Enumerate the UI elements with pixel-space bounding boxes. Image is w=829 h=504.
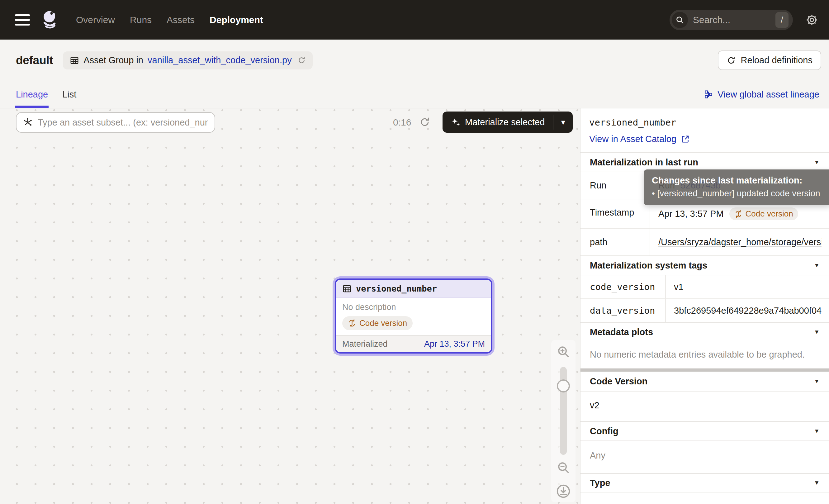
settings-gear-icon[interactable] xyxy=(805,13,819,27)
node-description: No description xyxy=(342,302,485,312)
node-materialization-time-link[interactable]: Apr 13, 3:57 PM xyxy=(424,339,485,349)
path-row-label: path xyxy=(580,229,650,255)
chevron-down-icon: ▼ xyxy=(814,262,820,269)
dagster-logo-icon[interactable] xyxy=(40,8,60,32)
refresh-timer: 0:16 xyxy=(393,117,411,128)
config-value: Any xyxy=(580,440,829,473)
download-image-icon[interactable] xyxy=(555,483,571,499)
section-metadata-plots[interactable]: Metadata plots ▼ xyxy=(580,322,829,341)
chevron-down-icon: ▼ xyxy=(814,479,820,486)
timestamp-row: Timestamp Apr 13, 3:57 PM Code version xyxy=(580,199,829,228)
path-link[interactable]: /Users/sryza/dagster_home/storage/versio xyxy=(658,237,822,247)
tag-value: 3bfc269594ef649228e9a74bab00f04 xyxy=(674,305,822,316)
metadata-plots-empty-text: No numeric metadata entries available to… xyxy=(580,341,829,368)
asset-subset-input[interactable] xyxy=(38,117,208,128)
view-tabs: Lineage List View global asset lineage xyxy=(0,81,829,108)
section-type[interactable]: Type ▼ xyxy=(580,473,829,493)
run-text: Run xyxy=(658,180,675,191)
reload-icon xyxy=(726,56,736,65)
section-materialization-system-tags[interactable]: Materialization system tags ▼ xyxy=(580,255,829,275)
path-row: path /Users/sryza/dagster_home/storage/v… xyxy=(580,228,829,255)
section-code-version[interactable]: Code Version ▼ xyxy=(580,372,829,391)
panel-splitter[interactable] xyxy=(580,368,829,372)
tag-key: code_version xyxy=(580,275,665,298)
nav-assets[interactable]: Assets xyxy=(167,15,195,25)
chevron-down-icon: ▼ xyxy=(814,329,820,335)
tag-value: v1 xyxy=(674,282,684,292)
chevron-down-icon: ▼ xyxy=(814,378,820,385)
materialize-selected-button[interactable]: Materialize selected ▾ xyxy=(442,111,573,133)
materialize-dropdown-caret[interactable]: ▾ xyxy=(553,111,573,133)
view-in-asset-catalog-link[interactable]: View in Asset Catalog xyxy=(589,134,690,144)
asset-table-icon xyxy=(342,284,352,293)
tab-list[interactable]: List xyxy=(62,81,76,108)
asset-node-versioned-number[interactable]: versioned_number No description Code ver… xyxy=(335,279,492,354)
asset-subset-filter[interactable] xyxy=(16,112,215,133)
search-input[interactable] xyxy=(693,15,776,25)
asset-group-breadcrumb: Asset Group in vanilla_asset_with_code_v… xyxy=(63,51,313,69)
materialize-sparkle-icon xyxy=(450,117,461,127)
code-version-sync-icon xyxy=(734,210,743,218)
code-version-value: v2 xyxy=(580,391,829,421)
section-materialization-in-last-run[interactable]: Materialization in last run ▼ xyxy=(580,152,829,172)
timestamp-value: Apr 13, 3:57 PM xyxy=(658,209,724,219)
primary-nav: Overview Runs Assets Deployment xyxy=(76,15,263,25)
external-link-icon xyxy=(681,135,690,144)
nav-overview[interactable]: Overview xyxy=(76,15,115,25)
top-nav: Overview Runs Assets Deployment / xyxy=(0,0,829,40)
asset-group-icon xyxy=(70,56,79,65)
run-row: Run Run 5268743b xyxy=(580,172,829,199)
asset-selector-icon xyxy=(23,117,33,128)
tab-lineage[interactable]: Lineage xyxy=(16,81,48,108)
zoom-out-icon[interactable] xyxy=(556,460,571,475)
lineage-canvas[interactable]: 0:16 Materialize selected ▾ versioned_nu… xyxy=(0,108,580,504)
chevron-down-icon: ▼ xyxy=(814,159,820,166)
tag-key: data_version xyxy=(580,299,665,322)
code-version-badge: Code version xyxy=(342,316,412,330)
asset-group-label: Asset Group in xyxy=(83,55,143,65)
nav-deployment[interactable]: Deployment xyxy=(210,15,263,25)
asset-group-file-link[interactable]: vanilla_asset_with_code_version.py xyxy=(148,55,292,65)
tag-row-data-version: data_version 3bfc269594ef649228e9a74bab0… xyxy=(580,298,829,322)
node-status-label: Materialized xyxy=(342,339,388,349)
zoom-slider[interactable] xyxy=(560,367,567,455)
global-search[interactable]: / xyxy=(670,10,793,30)
code-version-sync-icon xyxy=(348,319,356,327)
zoom-in-icon[interactable] xyxy=(556,345,571,359)
node-title: versioned_number xyxy=(356,284,437,293)
nav-runs[interactable]: Runs xyxy=(130,15,152,25)
search-icon xyxy=(672,12,688,28)
lineage-graph-icon xyxy=(704,90,713,99)
asset-detail-panel: versioned_number View in Asset Catalog M… xyxy=(580,108,829,504)
reload-definitions-button[interactable]: Reload definitions xyxy=(718,50,821,70)
panel-asset-title: versioned_number xyxy=(589,117,820,128)
run-id-link[interactable]: 5268743b xyxy=(680,180,721,191)
zoom-controls xyxy=(551,340,576,502)
view-global-asset-lineage-link[interactable]: View global asset lineage xyxy=(704,81,819,108)
zoom-slider-handle[interactable] xyxy=(557,380,570,393)
menu-icon[interactable] xyxy=(15,14,30,26)
reload-group-icon[interactable] xyxy=(297,56,306,65)
page-header: default Asset Group in vanilla_asset_wit… xyxy=(0,40,829,81)
code-version-badge: Code version xyxy=(729,208,798,220)
chevron-down-icon: ▼ xyxy=(814,428,820,435)
run-row-label: Run xyxy=(580,172,650,199)
search-shortcut-key: / xyxy=(776,12,789,28)
timestamp-row-label: Timestamp xyxy=(580,200,650,228)
page-title: default xyxy=(16,54,53,67)
tag-row-code-version: code_version v1 xyxy=(580,275,829,298)
refresh-graph-icon[interactable] xyxy=(419,116,430,128)
section-config[interactable]: Config ▼ xyxy=(580,421,829,440)
